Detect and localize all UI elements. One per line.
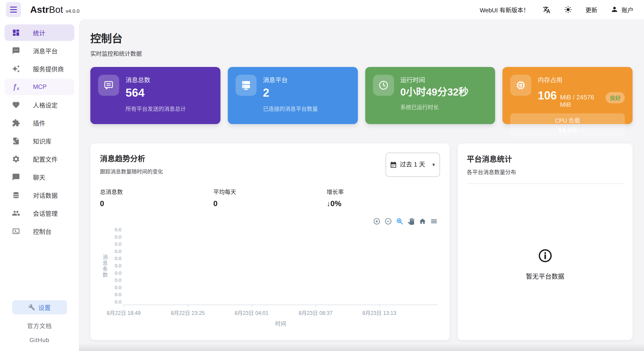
stat-card-value: 2 <box>263 87 350 99</box>
home-icon[interactable] <box>419 218 426 225</box>
trend-title: 消息趋势分析 <box>100 153 163 164</box>
person-icon <box>610 5 619 14</box>
sidebar-item-label: 对话数据 <box>33 191 58 200</box>
trend-stat-value: 0 <box>100 199 213 208</box>
sidebar-item-providers[interactable]: 服务提供商 <box>4 60 74 77</box>
stat-card-value: 0小时49分32秒 <box>400 87 488 97</box>
trend-chart[interactable]: 消息条数 0.0 0.0 0.0 0.0 0.0 0.0 0.0 0.0 0.0… <box>100 227 440 330</box>
sidebar-item-conversation-data[interactable]: 对话数据 <box>4 187 74 203</box>
stat-card-label: 消息总数 <box>126 75 213 84</box>
memory-unit: MiB / 24576 MiB <box>560 94 606 108</box>
zoom-in-icon[interactable] <box>373 218 380 225</box>
cpu-load-label: CPU 负载 <box>512 116 622 124</box>
sidebar-item-knowledge-base[interactable]: 知识库 <box>4 133 74 149</box>
sidebar-item-console[interactable]: 控制台 <box>4 223 74 240</box>
message-icon <box>98 75 119 96</box>
trend-subtitle: 跟踪消息数量随时间的变化 <box>100 167 163 175</box>
database-icon <box>12 191 20 199</box>
chevron-down-icon: ▼ <box>431 162 436 167</box>
trend-stat-value: 0 <box>213 199 327 208</box>
sidebar-item-label: 知识库 <box>33 137 52 146</box>
platform-stats-panel: 平台消息统计 各平台消息数量分布 暂无平台数据 <box>458 143 632 340</box>
sidebar-footer: 设置 官方文档 GitHub <box>0 300 79 351</box>
stat-card-label: 消息平台 <box>263 75 350 84</box>
trend-stat-label: 平均每天 <box>213 187 327 196</box>
sidebar-item-label: 服务提供商 <box>33 64 64 73</box>
status-badge: 良好 <box>606 92 625 103</box>
sidebar: 统计 消息平台 服务提供商 ƒx MCP 人格设定 <box>0 19 79 351</box>
chart-menu-icon[interactable] <box>430 218 438 225</box>
logo-text-light: Bot <box>49 4 63 15</box>
stat-card-uptime: 运行时间 0小时49分32秒 系统已运行时长 <box>365 67 495 124</box>
sidebar-nav: 统计 消息平台 服务提供商 ƒx MCP 人格设定 <box>0 19 79 300</box>
docs-link[interactable]: 官方文档 <box>27 321 52 330</box>
logo-text-bold: Astr <box>30 4 49 15</box>
info-icon <box>538 248 553 263</box>
x-axis-ticks: 8月22日 18:49 8月22日 23:25 8月23日 04:01 8月23… <box>124 309 438 316</box>
x-axis-label: 时间 <box>124 319 438 327</box>
update-notice[interactable]: WebUI 有新版本！ <box>480 5 529 14</box>
platform-empty-text: 暂无平台数据 <box>526 272 564 281</box>
chart-toolbar <box>100 218 440 225</box>
pan-icon[interactable] <box>407 218 415 225</box>
page-subtitle: 实时监控和统计数据 <box>90 49 632 57</box>
settings-button[interactable]: 设置 <box>12 300 67 315</box>
terminal-icon <box>12 227 20 235</box>
translate-icon[interactable] <box>542 5 551 14</box>
sidebar-item-label: 插件 <box>33 119 45 127</box>
sidebar-item-label: MCP <box>33 83 47 90</box>
plot-area[interactable] <box>124 229 438 305</box>
trend-stat-total: 总消息数 0 <box>100 187 213 208</box>
zoom-out-icon[interactable] <box>384 218 392 225</box>
topbar: AstrBot v4.0.0 WebUI 有新版本！ 更新 账户 <box>0 0 644 19</box>
sidebar-item-plugins[interactable]: 插件 <box>4 115 74 131</box>
account-button[interactable]: 账户 <box>610 5 634 14</box>
trend-stat-label: 增长率 <box>326 187 440 196</box>
time-range-select[interactable]: 过去 1 天 ▼ <box>386 153 440 177</box>
stat-card-desc: 所有平台发送的消息总计 <box>126 104 213 112</box>
sidebar-item-chat[interactable]: 聊天 <box>4 169 74 185</box>
cpu-load-value: 14.1% <box>512 127 622 134</box>
heart-icon <box>12 101 20 109</box>
sidebar-item-statistics[interactable]: 统计 <box>4 24 74 41</box>
trend-stat-average: 平均每天 0 <box>213 187 327 208</box>
stat-card-memory: 内存占用 106 MiB / 24576 MiB 良好 CPU 负载 14.1% <box>502 67 632 124</box>
stat-cards: 消息总数 564 所有平台发送的消息总计 消息平台 2 已连接的消息平台数量 <box>90 67 632 124</box>
people-icon <box>12 209 20 217</box>
sidebar-item-mcp[interactable]: ƒx MCP <box>4 79 74 95</box>
function-icon: ƒx <box>12 83 20 91</box>
platform-empty-state: 暂无平台数据 <box>467 184 624 331</box>
gear-icon <box>12 155 20 163</box>
sidebar-item-label: 统计 <box>33 28 45 37</box>
message-trend-panel: 消息趋势分析 跟踪消息数量随时间的变化 过去 1 天 ▼ 总消息数 0 <box>90 143 450 340</box>
sidebar-item-message-platform[interactable]: 消息平台 <box>4 42 74 59</box>
y-axis-label: 消息条数 <box>101 254 109 278</box>
settings-label: 设置 <box>38 303 51 312</box>
stat-card-label: 内存占用 <box>538 75 625 84</box>
sidebar-item-label: 控制台 <box>33 227 52 236</box>
dashboard-icon <box>12 28 20 37</box>
sidebar-item-label: 配置文件 <box>33 155 58 164</box>
page-title: 控制台 <box>90 30 632 45</box>
chat-icon <box>12 173 20 181</box>
trend-stat-value: ↓0% <box>326 199 440 208</box>
sidebar-item-label: 会话管理 <box>33 209 58 218</box>
main-content: 控制台 实时监控和统计数据 消息总数 564 所有平台发送的消息总计 <box>79 19 644 351</box>
trend-stat-label: 总消息数 <box>100 187 213 196</box>
sidebar-item-config[interactable]: 配置文件 <box>4 151 74 167</box>
sidebar-item-session-management[interactable]: 会话管理 <box>4 205 74 221</box>
platform-title: 平台消息统计 <box>467 153 624 164</box>
menu-icon[interactable] <box>6 2 21 17</box>
y-axis-ticks: 0.0 0.0 0.0 0.0 0.0 0.0 0.0 0.0 0.0 0.0 … <box>109 227 122 305</box>
wrench-icon <box>28 304 35 311</box>
stat-card-total-messages: 消息总数 564 所有平台发送的消息总计 <box>90 67 220 124</box>
knowledge-base-icon <box>12 137 20 145</box>
update-button[interactable]: 更新 <box>586 5 597 14</box>
zoom-select-icon[interactable] <box>396 218 404 225</box>
sidebar-item-persona[interactable]: 人格设定 <box>4 97 74 113</box>
sidebar-item-label: 聊天 <box>33 173 45 182</box>
message-platform-icon <box>12 47 20 55</box>
brightness-icon[interactable] <box>564 5 572 14</box>
github-link[interactable]: GitHub <box>30 337 50 344</box>
cpu-load-panel: CPU 负载 14.1% <box>510 113 625 137</box>
